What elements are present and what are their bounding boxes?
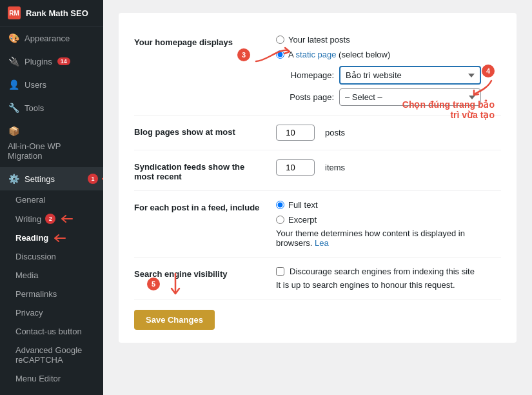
sidebar-header[interactable]: RM Rank Math SEO <box>0 0 103 26</box>
radio-excerpt[interactable]: Excerpt <box>276 215 501 225</box>
sidebar-submenu: General Writing 2 Reading Discussion Med… <box>0 190 103 388</box>
posts-page-label: Posts page: <box>276 92 334 102</box>
main-content: Your homepage displays Your latest posts… <box>103 0 532 395</box>
blog-pages-input[interactable] <box>276 125 315 141</box>
search-visibility-row: Search engine visibility Discourage sear… <box>134 258 501 299</box>
homepage-select[interactable]: Bảo trì website <box>339 66 481 85</box>
each-post-content: Full text Excerpt Your theme determines … <box>276 200 501 248</box>
sidebar-item-tools[interactable]: 🔧 Tools <box>0 96 103 119</box>
theme-note-link[interactable]: Lea <box>315 238 329 248</box>
radio-static-page[interactable]: A static page (select below) <box>276 50 501 59</box>
syndication-unit: items <box>325 163 345 172</box>
submenu-media[interactable]: Media <box>0 266 103 285</box>
static-page-link[interactable]: static page <box>296 50 337 59</box>
submenu-contact-us[interactable]: Contact-us button <box>0 322 103 341</box>
content-wrapper: Your homepage displays Your latest posts… <box>119 13 517 343</box>
sidebar-users-label: Users <box>25 80 46 90</box>
sidebar-item-settings[interactable]: ⚙️ Settings 1 <box>0 167 103 190</box>
writing-badge: 2 <box>45 214 55 224</box>
blog-pages-content: posts <box>276 125 501 141</box>
homepage-content: Your latest posts A static page (select … <box>276 35 501 106</box>
sidebar-appearance-label: Appearance <box>25 34 70 43</box>
homepage-select-label: Homepage: <box>276 70 334 80</box>
writing-arrow <box>61 215 74 223</box>
sidebar-item-plugins[interactable]: 🔌 Plugins 14 <box>0 50 103 73</box>
submenu-writing[interactable]: Writing 2 <box>0 209 103 228</box>
step3-circle: 3 <box>237 48 250 61</box>
submenu-reading[interactable]: Reading <box>0 228 103 247</box>
search-visibility-label: Search engine visibility <box>134 267 263 279</box>
submenu-advanced-google[interactable]: Advanced Google reCAPTCHA <box>0 341 103 369</box>
homepage-row: Your homepage displays Your latest posts… <box>134 26 501 116</box>
reading-arrow <box>54 234 66 242</box>
search-checkbox-input[interactable] <box>276 267 284 276</box>
settings-badge: 1 <box>88 174 98 184</box>
submenu-menu-editor[interactable]: Menu Editor <box>0 369 103 388</box>
allinone-icon: 📦 <box>8 126 19 136</box>
radio-full-text-input[interactable] <box>276 201 284 209</box>
search-note: It is up to search engines to honour thi… <box>276 280 501 290</box>
sidebar-plugins-label: Plugins <box>25 57 52 66</box>
search-checkbox-label: Discourage search engines from indexing … <box>290 267 475 276</box>
save-button[interactable]: Save Changes <box>134 310 215 330</box>
users-icon: 👤 <box>8 79 19 90</box>
appearance-icon: 🎨 <box>8 33 19 43</box>
sidebar-item-appearance[interactable]: 🎨 Appearance <box>0 26 103 50</box>
radio-full-text[interactable]: Full text <box>276 200 501 210</box>
radio-excerpt-input[interactable] <box>276 216 284 224</box>
sidebar-settings-label: Settings <box>25 174 55 184</box>
save-section: Save Changes 5 <box>134 299 215 330</box>
sidebar-title: Rank Math SEO <box>26 8 88 18</box>
search-visibility-content: Discourage search engines from indexing … <box>276 267 501 290</box>
settings-icon: ⚙️ <box>8 174 19 184</box>
homepage-radio-group: Your latest posts A static page (select … <box>276 35 501 59</box>
rank-math-icon: RM <box>8 6 21 19</box>
tools-icon: 🔧 <box>8 103 19 113</box>
each-post-row: For each post in a feed, include Full te… <box>134 191 501 258</box>
radio-excerpt-label: Excerpt <box>288 215 317 225</box>
syndication-input[interactable] <box>276 159 315 176</box>
homepage-label: Your homepage displays <box>134 35 263 47</box>
sidebar-tools-label: Tools <box>25 103 44 113</box>
radio-full-text-label: Full text <box>288 200 318 210</box>
search-checkbox[interactable]: Discourage search engines from indexing … <box>276 267 501 276</box>
posts-page-select-row: Posts page: – Select – <box>276 88 501 106</box>
settings-form: Your homepage displays Your latest posts… <box>119 13 517 343</box>
syndication-label: Syndication feeds show the most recent <box>134 159 263 181</box>
syndication-content: items <box>276 159 501 176</box>
blog-pages-row: Blog pages show at most posts <box>134 116 501 150</box>
each-post-label: For each post in a feed, include <box>134 200 263 212</box>
blog-pages-unit: posts <box>325 128 345 137</box>
sidebar-allinone-label: All-in-One WP Migration <box>8 141 95 161</box>
feed-radio-group: Full text Excerpt <box>276 200 501 225</box>
radio-static-page-input[interactable] <box>276 50 284 59</box>
posts-page-select[interactable]: – Select – <box>339 88 481 106</box>
homepage-select-row: Homepage: Bảo trì website <box>276 66 501 85</box>
plugins-badge: 14 <box>57 57 70 65</box>
submenu-permalinks[interactable]: Permalinks <box>0 285 103 303</box>
plugins-icon: 🔌 <box>8 56 19 66</box>
settings-arrow <box>102 174 103 183</box>
sidebar: RM Rank Math SEO 🎨 Appearance 🔌 Plugins … <box>0 0 103 395</box>
radio-static-page-text: A static page (select below) <box>288 50 390 59</box>
blog-pages-label: Blog pages show at most <box>134 125 263 137</box>
sidebar-item-allinone[interactable]: 📦 All-in-One WP Migration <box>0 119 103 167</box>
syndication-row: Syndication feeds show the most recent i… <box>134 150 501 191</box>
submenu-general[interactable]: General <box>0 190 103 209</box>
submenu-privacy[interactable]: Privacy <box>0 303 103 322</box>
radio-latest-posts-input[interactable] <box>276 35 284 44</box>
submenu-discussion[interactable]: Discussion <box>0 247 103 266</box>
sidebar-item-users[interactable]: 👤 Users <box>0 73 103 96</box>
theme-note: Your theme determines how content is dis… <box>276 228 501 248</box>
radio-latest-posts-label: Your latest posts <box>288 35 350 45</box>
radio-latest-posts[interactable]: Your latest posts <box>276 35 501 45</box>
